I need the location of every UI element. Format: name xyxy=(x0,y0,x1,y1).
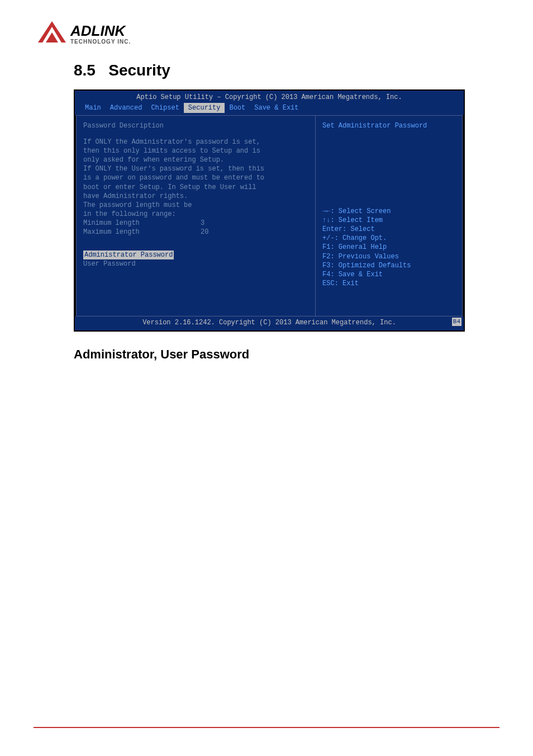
item-help-text: Set Administrator Password xyxy=(322,121,455,130)
key-legend: →←: Select Screen ↑↓: Select Item Enter:… xyxy=(322,207,455,311)
desc-line: The password length must be xyxy=(83,201,308,210)
desc-line: If ONLY the User's password is set, then… xyxy=(83,164,308,173)
svg-text:TECHNOLOGY INC.: TECHNOLOGY INC. xyxy=(70,39,131,45)
desc-line: have Administrator rights. xyxy=(83,192,308,201)
tab-boot[interactable]: Boot xyxy=(225,103,250,113)
administrator-password-item[interactable]: Administrator Password xyxy=(83,251,174,259)
min-length-value: 3 xyxy=(201,219,234,228)
bios-title: Aptio Setup Utility – Copyright (C) 2013… xyxy=(77,92,461,103)
brand-logo: ADLINK TECHNOLOGY INC. xyxy=(34,17,499,50)
tab-save-exit[interactable]: Save & Exit xyxy=(250,103,303,113)
svg-text:ADLINK: ADLINK xyxy=(70,22,126,39)
key-change-opt: +/-: Change Opt. xyxy=(322,234,455,243)
key-enter: Enter: Select xyxy=(322,225,455,234)
key-select-screen: →←: Select Screen xyxy=(322,207,455,216)
bios-version-text: Version 2.16.1242. Copyright (C) 2013 Am… xyxy=(142,319,396,327)
tab-advanced[interactable]: Advanced xyxy=(106,103,147,113)
desc-line: then this only limits access to Setup an… xyxy=(83,147,308,155)
min-length-label: Minimum length xyxy=(83,219,201,228)
section-heading: 8.5 Security xyxy=(74,62,499,79)
bios-tab-bar: Main Advanced Chipset Security Boot Save… xyxy=(77,103,461,113)
desc-line: only asked for when entering Setup. xyxy=(83,155,308,164)
bios-left-pane: Password Description If ONLY the Adminis… xyxy=(76,115,316,316)
key-save-exit: F4: Save & Exit xyxy=(322,270,455,279)
section-title: Security xyxy=(108,62,170,79)
desc-line: boot or enter Setup. In Setup the User w… xyxy=(83,183,308,192)
key-previous-values: F2: Previous Values xyxy=(322,252,455,261)
desc-line: If ONLY the Administrator's password is … xyxy=(83,138,308,147)
key-esc: ESC: Exit xyxy=(322,279,455,288)
user-password-item[interactable]: User Password xyxy=(83,259,308,268)
bios-right-pane: Set Administrator Password →←: Select Sc… xyxy=(316,115,463,316)
bios-screenshot: Aptio Setup Utility – Copyright (C) 2013… xyxy=(74,89,465,332)
footer-rule xyxy=(34,727,499,728)
max-length-label: Maximum length xyxy=(83,228,201,237)
key-select-item: ↑↓: Select Item xyxy=(322,216,455,225)
tab-chipset[interactable]: Chipset xyxy=(146,103,183,113)
key-general-help: F1: General Help xyxy=(322,243,455,252)
bios-footer: Version 2.16.1242. Copyright (C) 2013 Am… xyxy=(75,316,464,330)
max-length-value: 20 xyxy=(201,228,234,237)
password-description-heading: Password Description xyxy=(83,121,308,130)
desc-line: is a power on password and must be enter… xyxy=(83,173,308,182)
tab-security[interactable]: Security xyxy=(184,103,225,113)
desc-line: in the following range: xyxy=(83,210,308,219)
footer-badge: B4 xyxy=(452,318,461,326)
subsection-heading: Administrator, User Password xyxy=(74,347,499,362)
section-number: 8.5 xyxy=(74,62,96,79)
tab-main[interactable]: Main xyxy=(80,103,106,113)
key-optimized-defaults: F3: Optimized Defaults xyxy=(322,261,455,270)
